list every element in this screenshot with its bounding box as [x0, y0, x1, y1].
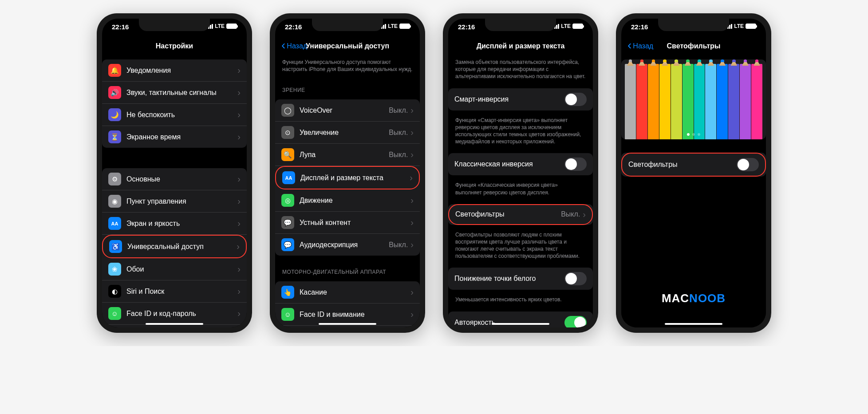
row-icon: ◉: [108, 195, 121, 208]
row-label: Siri и Поиск: [126, 288, 237, 296]
navbar: Назад Универсальный доступ: [275, 36, 420, 56]
toggle-switch[interactable]: [564, 158, 587, 171]
settings-row[interactable]: Автояркость: [448, 311, 593, 327]
chevron-right-icon: ›: [410, 173, 413, 183]
settings-row[interactable]: 🔊Звуки, тактильные сигналы›: [102, 82, 247, 104]
settings-group: 👆Касание›☺Face ID и внимание›⊞Виртуальны…: [275, 281, 420, 327]
row-label: Звуки, тактильные сигналы: [126, 89, 237, 97]
page-title: Универсальный доступ: [306, 42, 389, 50]
settings-row[interactable]: 🔍ЛупаВыкл.›: [275, 144, 420, 166]
row-label: Face ID и код-пароль: [126, 310, 237, 318]
chevron-right-icon: ›: [237, 308, 241, 319]
settings-row[interactable]: ◐Siri и Поиск›: [102, 280, 247, 303]
settings-row[interactable]: ⚙Основные›: [102, 168, 247, 190]
settings-row[interactable]: 👆Касание›: [275, 281, 420, 304]
settings-row[interactable]: AAЭкран и яркость›: [102, 213, 247, 235]
settings-row[interactable]: ◉Пункт управления›: [102, 190, 247, 213]
row-icon: 👆: [281, 286, 294, 299]
settings-group: Автояркость: [448, 311, 593, 327]
toggle-switch[interactable]: [564, 93, 587, 106]
navbar: Настройки: [102, 36, 247, 56]
section-header: ЗРЕНИЕ: [275, 77, 420, 96]
row-label: Экран и яркость: [126, 220, 237, 228]
row-icon: ♿: [109, 240, 122, 253]
page-dots[interactable]: [687, 133, 700, 136]
section-description: Уменьшается интенсивность ярких цветов.: [448, 293, 593, 308]
settings-row[interactable]: 🌙Не беспокоить›: [102, 104, 247, 126]
toggle-switch[interactable]: [564, 316, 587, 327]
settings-row[interactable]: Понижение точки белого: [448, 268, 593, 290]
settings-row[interactable]: СветофильтрыВыкл.›: [448, 204, 593, 225]
pencil: [751, 64, 762, 139]
battery-icon: [572, 24, 583, 29]
pencil: [740, 64, 751, 139]
chevron-right-icon: ›: [237, 132, 241, 142]
settings-row[interactable]: Светофильтры: [621, 153, 766, 177]
section-description: Функция «Классическая инверсия цвета» вы…: [448, 179, 593, 200]
settings-row[interactable]: ⊙УвеличениеВыкл.›: [275, 122, 420, 144]
row-label: Универсальный доступ: [127, 243, 237, 251]
row-icon: AA: [108, 217, 121, 230]
row-label: Понижение точки белого: [454, 275, 564, 283]
pencil: [636, 64, 647, 139]
chevron-right-icon: ›: [237, 286, 241, 296]
settings-row[interactable]: ☺Face ID и внимание›: [275, 304, 420, 326]
settings-row[interactable]: AAДисплей и размер текста›: [275, 166, 420, 189]
home-indicator[interactable]: [665, 323, 722, 325]
carrier-label: LTE: [215, 23, 225, 29]
settings-row[interactable]: ◯VoiceOverВыкл.›: [275, 99, 420, 122]
row-icon: ◐: [108, 285, 121, 298]
row-icon: 🔊: [108, 86, 121, 99]
section-header: МОТОРНО-ДВИГАТЕЛЬНЫЙ АППАРАТ: [275, 259, 420, 278]
phone-1-settings: 22:16 LTE Настройки 🔔Уведомления›🔊Звуки,…: [97, 13, 252, 333]
home-indicator[interactable]: [146, 323, 203, 325]
watermark-logo: MACNOOB: [662, 292, 726, 305]
page-title: Дисплей и размер текста: [477, 42, 565, 50]
chevron-right-icon: ›: [237, 241, 240, 252]
row-label: Дисплей и размер текста: [300, 174, 410, 182]
toggle-switch[interactable]: [564, 272, 587, 285]
row-label: Основные: [126, 175, 237, 183]
row-icon: ◎: [281, 194, 294, 207]
settings-row[interactable]: ⏳Экранное время›: [102, 126, 247, 148]
settings-row[interactable]: ⊞Виртуальный контроллерВыкл.›: [275, 326, 420, 327]
battery-icon: [399, 24, 410, 29]
home-indicator[interactable]: [319, 323, 376, 325]
carrier-label: LTE: [561, 23, 571, 29]
settings-row[interactable]: ❀Обои›: [102, 258, 247, 280]
back-button[interactable]: Назад: [281, 42, 307, 50]
home-indicator[interactable]: [492, 323, 549, 325]
settings-row[interactable]: ☺Face ID и код-пароль›: [102, 303, 247, 325]
settings-group: Понижение точки белого: [448, 268, 593, 290]
settings-row[interactable]: 💬Устный контент›: [275, 212, 420, 234]
notch: [139, 19, 210, 31]
row-value: Выкл.: [389, 151, 408, 159]
time-label: 22:16: [285, 23, 302, 31]
settings-row[interactable]: 💬АудиодескрипцияВыкл.›: [275, 234, 420, 256]
row-value: Выкл.: [561, 210, 580, 218]
section-description: Светофильтры позволяют людям с плохим во…: [448, 229, 593, 264]
carrier-label: LTE: [388, 23, 398, 29]
battery-icon: [746, 24, 756, 29]
settings-row[interactable]: Смарт-инверсия: [448, 88, 593, 110]
settings-group: 🔔Уведомления›🔊Звуки, тактильные сигналы›…: [102, 59, 247, 148]
pencil: [683, 64, 694, 139]
chevron-right-icon: ›: [237, 65, 241, 75]
toggle-switch[interactable]: [737, 158, 759, 171]
chevron-right-icon: ›: [410, 150, 414, 160]
chevron-right-icon: ›: [410, 217, 414, 228]
pencil: [625, 64, 636, 139]
notch: [312, 19, 383, 31]
row-icon: ☺: [108, 307, 121, 320]
pencils-preview[interactable]: [621, 59, 766, 139]
notch: [485, 19, 556, 31]
settings-row[interactable]: ◎Движение›: [275, 189, 420, 212]
settings-row[interactable]: SOSЭкстренный вызов — SOS›: [102, 325, 247, 327]
row-label: Увеличение: [300, 129, 389, 137]
settings-row[interactable]: ♿Универсальный доступ›: [102, 235, 247, 258]
settings-row[interactable]: Классическая инверсия: [448, 153, 593, 175]
settings-row[interactable]: 🔔Уведомления›: [102, 59, 247, 82]
back-button[interactable]: Назад: [627, 42, 653, 50]
time-label: 22:16: [112, 23, 129, 31]
pencil: [659, 64, 671, 139]
